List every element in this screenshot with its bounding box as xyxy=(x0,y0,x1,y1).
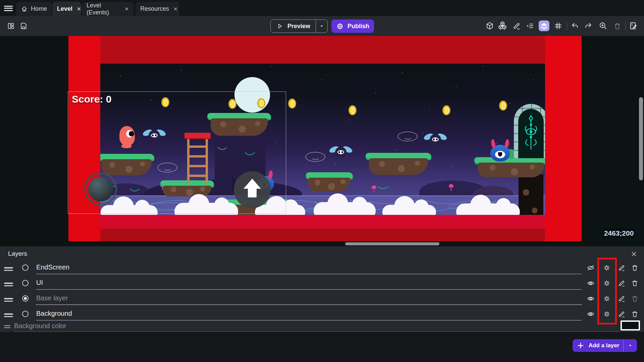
background-color-swatch[interactable] xyxy=(621,320,640,330)
eye-off-icon xyxy=(587,264,595,272)
scene-properties-icon xyxy=(629,21,638,30)
drag-handle-icon[interactable] xyxy=(4,297,13,303)
delete-layer-button[interactable] xyxy=(631,279,639,287)
virtual-joystick-knob[interactable] xyxy=(88,177,113,201)
edit-layer-button[interactable] xyxy=(618,295,626,303)
layer-name[interactable]: UI xyxy=(36,279,43,287)
add-layer-button[interactable]: Add a layer xyxy=(573,339,637,352)
trash-icon xyxy=(631,264,639,272)
drag-handle-icon[interactable] xyxy=(4,266,13,272)
visibility-button[interactable] xyxy=(587,310,595,318)
layer-radio[interactable] xyxy=(22,311,29,317)
layer-row-base-layer[interactable]: Base layer xyxy=(0,291,644,307)
drag-handle-icon[interactable] xyxy=(4,312,13,318)
close-icon[interactable]: ✕ xyxy=(124,6,129,12)
layer-radio[interactable] xyxy=(22,280,29,286)
grid-button[interactable] xyxy=(553,20,564,31)
eye-icon xyxy=(587,310,595,318)
toolbar: Preview Publish xyxy=(0,16,644,36)
preview-button-main[interactable]: Preview xyxy=(271,20,316,33)
preview-button[interactable]: Preview xyxy=(270,19,328,33)
visibility-button[interactable] xyxy=(587,279,595,287)
level-border-bottom[interactable] xyxy=(68,215,582,229)
panels-icon xyxy=(7,22,15,30)
trash-icon xyxy=(631,279,639,287)
add-object-cube-icon xyxy=(485,21,494,30)
bat-enemy[interactable] xyxy=(424,131,447,149)
tab-resources[interactable]: Resources ✕ xyxy=(136,2,179,16)
layer-row-ui[interactable]: UI xyxy=(0,276,644,291)
level-border-top[interactable] xyxy=(68,36,582,64)
scene-editor-canvas[interactable]: Score: 0 2463;200 xyxy=(0,36,644,246)
redo-button[interactable] xyxy=(583,20,594,31)
save-button[interactable] xyxy=(19,21,28,31)
trash-icon xyxy=(631,310,639,318)
platform[interactable] xyxy=(366,153,431,175)
publish-button[interactable]: Publish xyxy=(331,19,374,33)
drag-handle-icon[interactable] xyxy=(4,281,13,288)
add-object-button[interactable] xyxy=(484,20,495,31)
horned-enemy[interactable] xyxy=(490,145,510,162)
tab-home[interactable]: Home xyxy=(16,2,52,16)
level-border-bottom-outer[interactable] xyxy=(68,229,582,241)
jump-button[interactable] xyxy=(234,171,271,208)
delete-button[interactable] xyxy=(612,20,623,31)
edit-layer-button[interactable] xyxy=(618,279,626,287)
tab-label: Level (Events) xyxy=(87,2,120,16)
close-icon[interactable]: ✕ xyxy=(77,6,81,12)
coin[interactable] xyxy=(499,101,507,111)
zoom-button[interactable] xyxy=(598,20,608,31)
edit-layer-button[interactable] xyxy=(618,264,626,272)
platform[interactable] xyxy=(474,157,548,177)
coin[interactable] xyxy=(348,105,357,115)
tab-label: Home xyxy=(31,5,47,12)
layer-radio-selected[interactable] xyxy=(22,295,29,302)
layer-name[interactable]: EndScreen xyxy=(36,263,69,271)
hamburger-menu-icon[interactable] xyxy=(4,4,13,12)
close-icon[interactable] xyxy=(630,250,638,258)
delete-layer-button[interactable] xyxy=(631,264,639,272)
publish-label: Publish xyxy=(347,23,369,30)
home-icon xyxy=(21,5,28,12)
layer-row-endscreen[interactable]: EndScreen xyxy=(0,260,644,276)
tab-label: Resources xyxy=(140,5,169,12)
undo-button[interactable] xyxy=(570,20,580,31)
mushroom xyxy=(449,184,453,191)
portal[interactable] xyxy=(514,104,548,158)
coin[interactable] xyxy=(442,105,450,115)
vertical-scrollbar[interactable] xyxy=(639,97,643,180)
layers-panel-title: Layers xyxy=(8,250,27,257)
preview-dropdown[interactable] xyxy=(316,20,327,33)
tab-label: Level xyxy=(57,5,72,12)
close-icon[interactable]: ✕ xyxy=(173,6,178,12)
instances-list-button[interactable] xyxy=(525,20,535,31)
layer-row-background[interactable]: Background xyxy=(0,307,644,322)
coin[interactable] xyxy=(288,99,296,109)
layer-name-underline xyxy=(36,304,582,305)
tab-level-events[interactable]: Level (Events) ✕ xyxy=(82,2,133,16)
delete-layer-button[interactable] xyxy=(631,310,639,318)
objects-list-button[interactable] xyxy=(497,20,508,31)
scene-properties-button[interactable] xyxy=(628,20,639,31)
visibility-button[interactable] xyxy=(587,295,595,303)
redo-icon xyxy=(584,21,593,30)
visibility-off-button[interactable] xyxy=(587,264,595,272)
add-layer-dropdown[interactable] xyxy=(623,339,637,352)
layers-panel-button[interactable] xyxy=(539,20,549,31)
background-color-label: Background color xyxy=(14,322,66,330)
panels-button[interactable] xyxy=(6,21,15,31)
level-border-right[interactable] xyxy=(545,36,582,241)
edit-layer-button[interactable] xyxy=(618,310,626,318)
play-icon xyxy=(276,22,283,30)
layer-name[interactable]: Background xyxy=(36,310,72,317)
tab-level[interactable]: Level ✕ xyxy=(52,2,81,16)
platform[interactable] xyxy=(306,172,353,192)
score-text[interactable]: Score: 0 xyxy=(72,94,111,105)
background-color-row[interactable]: Background color xyxy=(0,321,644,332)
edit-button[interactable] xyxy=(511,20,522,31)
horizontal-scrollbar[interactable] xyxy=(345,242,439,245)
layer-radio[interactable] xyxy=(22,264,29,271)
bat-enemy[interactable] xyxy=(329,144,353,162)
layer-name[interactable]: Base layer xyxy=(36,294,68,302)
edit-pencil-icon xyxy=(618,264,626,272)
